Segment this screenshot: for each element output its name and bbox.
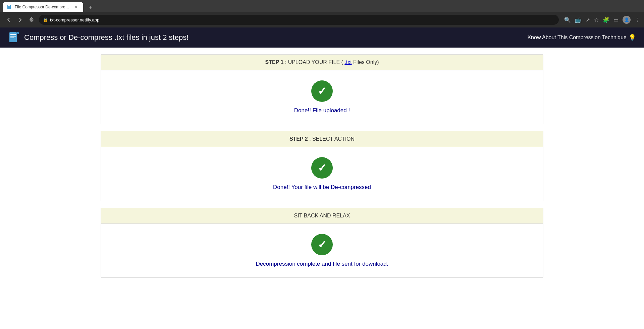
step1-header: STEP 1 : UPLOAD YOUR FILE ( .txt Files O… <box>101 55 543 70</box>
back-button[interactable] <box>4 15 13 24</box>
svg-rect-7 <box>10 38 14 38</box>
know-about-text: Know About This Compression Technique <box>527 35 627 41</box>
svg-rect-2 <box>8 6 10 6</box>
step1-message: Done!! File uploaded ! <box>294 107 350 114</box>
step3-card: SIT BACK AND RELAX Decompression complet… <box>101 208 543 278</box>
reload-button[interactable] <box>27 15 36 24</box>
browser-actions: 🔍 📺 ↗ ☆ 🧩 ▭ 👤 ⋮ <box>564 16 640 24</box>
step3-header: SIT BACK AND RELAX <box>101 208 543 224</box>
step2-label: STEP 2 <box>289 136 308 142</box>
lock-icon: 🔒 <box>43 17 48 22</box>
tab-title: File Compressor De-compressor <box>15 5 70 9</box>
step2-message: Done!! Your file will be De-compressed <box>273 184 371 191</box>
svg-rect-5 <box>10 34 16 35</box>
share-icon[interactable]: ↗ <box>586 17 590 23</box>
tab-bar: File Compressor De-compressor × + <box>0 0 644 12</box>
step1-suffix: Files Only) <box>353 59 379 65</box>
step1-check-icon <box>311 80 333 102</box>
step3-label: SIT BACK AND RELAX <box>294 213 350 218</box>
svg-rect-3 <box>8 7 9 7</box>
step2-header: STEP 2 : SELECT ACTION <box>101 131 543 147</box>
main-content: STEP 1 : UPLOAD YOUR FILE ( .txt Files O… <box>0 48 644 329</box>
address-bar[interactable]: 🔒 txt-compresser.netlify.app <box>39 15 559 25</box>
menu-icon[interactable]: ⋮ <box>635 17 640 23</box>
step3-body: Decompression complete and file sent for… <box>101 224 543 277</box>
new-tab-button[interactable]: + <box>86 3 95 12</box>
know-about-link[interactable]: Know About This Compression Technique 💡 <box>527 34 636 41</box>
url-text: txt-compresser.netlify.app <box>50 17 99 22</box>
bookmark-icon[interactable]: ☆ <box>594 17 599 23</box>
svg-rect-4 <box>9 32 17 42</box>
step1-card: STEP 1 : UPLOAD YOUR FILE ( .txt Files O… <box>101 54 543 124</box>
step2-body: Done!! Your file will be De-compressed <box>101 147 543 201</box>
step1-label: STEP 1 <box>265 59 283 65</box>
svg-rect-1 <box>8 5 10 6</box>
step2-check-icon <box>311 157 333 179</box>
step3-message: Decompression complete and file sent for… <box>256 261 388 267</box>
active-tab[interactable]: File Compressor De-compressor × <box>3 2 83 12</box>
app-header-left: Compress or De-compress .txt files in ju… <box>8 31 189 44</box>
bulb-icon: 💡 <box>629 34 636 41</box>
step2-card: STEP 2 : SELECT ACTION Done!! Your file … <box>101 131 543 201</box>
step1-colon: : UPLOAD YOUR FILE ( <box>285 59 343 65</box>
step2-colon: : SELECT ACTION <box>309 136 355 142</box>
forward-button[interactable] <box>15 15 25 24</box>
svg-rect-6 <box>10 36 16 37</box>
step1-txt-highlight: .txt <box>344 59 352 65</box>
zoom-icon[interactable]: 🔍 <box>564 17 571 23</box>
sidebar-icon[interactable]: ▭ <box>613 17 619 23</box>
app-logo-icon <box>8 31 20 44</box>
nav-buttons <box>4 15 36 24</box>
app-header: Compress or De-compress .txt files in ju… <box>0 27 644 48</box>
extensions-icon[interactable]: 🧩 <box>603 17 609 23</box>
step1-body: Done!! File uploaded ! <box>101 70 543 124</box>
step3-check-icon <box>311 234 333 255</box>
tab-favicon <box>7 4 12 10</box>
profile-avatar[interactable]: 👤 <box>623 16 631 24</box>
cast-icon[interactable]: 📺 <box>575 17 582 23</box>
app-title: Compress or De-compress .txt files in ju… <box>24 33 189 42</box>
address-bar-row: 🔒 txt-compresser.netlify.app 🔍 📺 ↗ ☆ 🧩 ▭… <box>0 12 644 27</box>
tab-close-button[interactable]: × <box>73 4 79 10</box>
